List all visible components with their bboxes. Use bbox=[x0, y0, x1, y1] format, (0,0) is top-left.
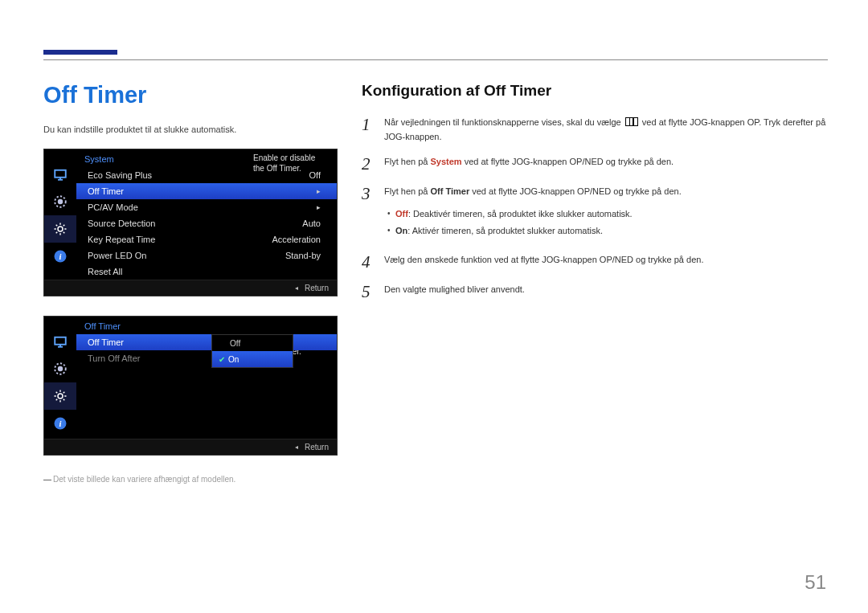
header-rule bbox=[43, 59, 828, 60]
menu-label: PC/AV Mode bbox=[88, 202, 138, 212]
svg-point-4 bbox=[59, 200, 63, 204]
highlight-on: On bbox=[395, 226, 407, 235]
subsection-title: Konfiguration af Off Timer bbox=[362, 82, 828, 100]
menu-screenshot-system: i System Enable or disable the Off Timer… bbox=[43, 149, 338, 296]
info-icon: i bbox=[44, 243, 76, 270]
menu-item-reset: Reset All bbox=[76, 264, 337, 280]
footnote: ―Det viste billede kan variere afhængigt… bbox=[43, 475, 349, 484]
menu-content: i Off Timer Enable or disable the Off Ti… bbox=[44, 317, 337, 439]
step-body: Flyt hen på Off Timer ved at flytte JOG-… bbox=[384, 185, 828, 242]
step-body: Vælg den ønskede funktion ved at flytte … bbox=[384, 253, 828, 272]
step-body: Den valgte mulighed bliver anvendt. bbox=[384, 283, 828, 301]
text: ved at flytte JOG-knappen OP/NED og tryk… bbox=[469, 186, 682, 196]
side-icon-strip: i bbox=[44, 317, 76, 439]
text: ved at flytte JOG-knappen OP/NED og tryk… bbox=[462, 157, 674, 166]
highlight-offtimer: Off Timer bbox=[430, 186, 469, 196]
step-list: 1 Når vejledningen til funktionsknappern… bbox=[362, 116, 828, 301]
tooltip-line1: Enable or disable bbox=[253, 153, 330, 163]
menu-item-turnoff: Turn Off After bbox=[76, 350, 337, 366]
text: : Deaktivér timeren, så produktet ikke s… bbox=[408, 209, 633, 219]
text: Når vejledningen til funktionsknapperne … bbox=[384, 117, 624, 127]
menu-item-source: Source Detection Auto bbox=[76, 215, 337, 231]
menu-item-powerled: Power LED On Stand-by bbox=[76, 247, 337, 264]
step-1: 1 Når vejledningen til funktionsknappern… bbox=[362, 116, 828, 144]
svg-text:i: i bbox=[59, 419, 62, 428]
menu-list: Off Timer Enable or disable the Off Time… bbox=[76, 317, 337, 439]
menu-label: Eco Saving Plus bbox=[88, 170, 152, 180]
menu-label: Source Detection bbox=[88, 219, 155, 228]
check-icon: ✔ bbox=[219, 355, 225, 364]
monitor-icon bbox=[44, 328, 76, 355]
text: Flyt hen på bbox=[384, 157, 430, 166]
header-accent bbox=[43, 50, 117, 55]
menu-item-keyrepeat: Key Repeat Time Acceleration bbox=[76, 231, 337, 247]
step-number: 5 bbox=[362, 283, 384, 301]
menu-content: i System Enable or disable the Off Timer… bbox=[44, 149, 337, 280]
monitor-icon bbox=[44, 161, 76, 188]
submenu-popup: Off ✔On bbox=[211, 334, 293, 368]
svg-text:i: i bbox=[59, 252, 62, 261]
bullet-on: On: Aktivér timeren, så produktet slukke… bbox=[384, 224, 828, 239]
page-number: 51 bbox=[805, 571, 826, 594]
menu-value: Auto bbox=[302, 219, 321, 228]
chevron-left-icon: ◂ bbox=[295, 284, 298, 292]
menu-label: Off Timer bbox=[88, 337, 124, 347]
svg-rect-0 bbox=[55, 170, 66, 178]
menu-footer: ◂ Return bbox=[44, 439, 337, 455]
bullet-off: Off: Deaktivér timeren, så produktet ikk… bbox=[384, 207, 828, 222]
right-column: Konfiguration af Off Timer 1 Når vejledn… bbox=[362, 82, 828, 313]
left-column: i System Enable or disable the Off Timer… bbox=[43, 149, 349, 484]
footnote-text: Det viste billede kan variere afhængigt … bbox=[53, 475, 235, 484]
menu-label: Reset All bbox=[88, 267, 122, 276]
text: : Aktivér timeren, så produktet slukker … bbox=[407, 226, 603, 235]
page-title: Off Timer bbox=[43, 82, 146, 108]
intro-text: Du kan indstille produktet til at slukke… bbox=[43, 125, 236, 134]
step-number: 1 bbox=[362, 116, 384, 144]
opt-label: Off bbox=[230, 339, 240, 348]
menu-label: Key Repeat Time bbox=[88, 235, 155, 244]
menu-label: Off Timer bbox=[88, 186, 124, 196]
chevron-right-icon: ▸ bbox=[317, 187, 321, 195]
menu-item-offtimer: Off Timer Off bbox=[76, 334, 337, 350]
step-4: 4 Vælg den ønskede funktion ved at flytt… bbox=[362, 253, 828, 272]
step-number: 3 bbox=[362, 185, 384, 242]
info-icon: i bbox=[44, 410, 76, 437]
submenu-option-off: Off bbox=[212, 335, 293, 351]
menu-value: Off bbox=[309, 170, 321, 180]
bullet-list: Off: Deaktivér timeren, så produktet ikk… bbox=[384, 207, 828, 239]
svg-rect-8 bbox=[55, 337, 66, 345]
chevron-left-icon: ◂ bbox=[295, 443, 298, 451]
submenu-option-on: ✔On bbox=[212, 351, 293, 367]
menu-footer: ◂ Return bbox=[44, 280, 337, 296]
menu-list: System Enable or disable the Off Timer. … bbox=[76, 149, 337, 280]
menu-screenshot-offtimer: i Off Timer Enable or disable the Off Ti… bbox=[43, 316, 338, 456]
menu-item-offtimer: Off Timer ▸ bbox=[76, 183, 337, 199]
gear-icon bbox=[44, 382, 76, 410]
menu-item-eco: Eco Saving Plus Off bbox=[76, 167, 337, 183]
return-label: Return bbox=[305, 443, 329, 452]
step-2: 2 Flyt hen på System ved at flytte JOG-k… bbox=[362, 155, 828, 174]
menu-icon bbox=[625, 117, 638, 126]
svg-point-5 bbox=[58, 227, 63, 231]
step-3: 3 Flyt hen på Off Timer ved at flytte JO… bbox=[362, 185, 828, 242]
step-body: Flyt hen på System ved at flytte JOG-kna… bbox=[384, 155, 828, 174]
return-label: Return bbox=[305, 284, 329, 292]
menu-value: Stand-by bbox=[285, 251, 321, 260]
step-body: Når vejledningen til funktionsknapperne … bbox=[384, 116, 828, 144]
svg-point-12 bbox=[59, 367, 63, 371]
step-5: 5 Den valgte mulighed bliver anvendt. bbox=[362, 283, 828, 301]
highlight-off: Off bbox=[395, 209, 408, 219]
highlight-system: System bbox=[430, 157, 461, 166]
chevron-right-icon: ▸ bbox=[317, 203, 321, 211]
step-number: 4 bbox=[362, 253, 384, 272]
opt-label: On bbox=[228, 355, 239, 364]
menu-label: Power LED On bbox=[88, 251, 146, 260]
menu-label: Turn Off After bbox=[88, 353, 140, 363]
gear-icon bbox=[44, 215, 76, 243]
step-number: 2 bbox=[362, 155, 384, 174]
picture-icon bbox=[44, 355, 76, 382]
menu-header: Off Timer bbox=[76, 317, 337, 334]
menu-item-pcav: PC/AV Mode ▸ bbox=[76, 199, 337, 215]
text: Flyt hen på bbox=[384, 186, 430, 196]
menu-value: Acceleration bbox=[272, 235, 321, 244]
